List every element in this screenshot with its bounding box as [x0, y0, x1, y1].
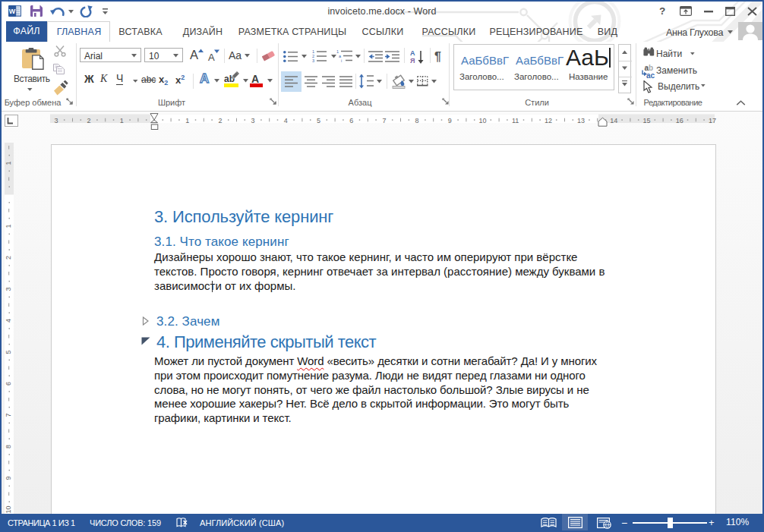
svg-text:9: 9 [5, 476, 12, 480]
svg-text:15: 15 [642, 117, 650, 124]
svg-text:?: ? [659, 6, 665, 16]
svg-text:13: 13 [577, 117, 585, 124]
svg-text:W: W [9, 8, 16, 15]
svg-text:7: 7 [382, 117, 386, 124]
svg-text:10: 10 [478, 117, 486, 124]
svg-text:4: 4 [284, 117, 288, 124]
svg-text:1: 1 [5, 224, 12, 228]
svg-text:12: 12 [545, 117, 552, 124]
svg-text:6: 6 [5, 382, 12, 386]
svg-text:2: 2 [218, 117, 222, 124]
svg-text:А: А [410, 49, 415, 57]
svg-text:3: 3 [312, 58, 314, 63]
svg-text:7: 7 [5, 413, 12, 417]
svg-text:2: 2 [87, 117, 91, 124]
svg-text:Я: Я [410, 57, 415, 65]
svg-text:3: 3 [54, 117, 58, 124]
svg-text:1: 1 [185, 117, 189, 124]
svg-text:3: 3 [5, 287, 12, 291]
svg-text:8: 8 [415, 117, 419, 124]
svg-text:10: 10 [5, 505, 12, 513]
svg-text:6: 6 [349, 117, 353, 124]
svg-text:16: 16 [676, 117, 683, 124]
svg-text:3: 3 [251, 117, 255, 124]
svg-text:4: 4 [5, 319, 12, 323]
svg-text:i: i [341, 58, 342, 63]
svg-text:ac: ac [646, 71, 655, 79]
svg-text:8: 8 [5, 445, 12, 449]
svg-text:9: 9 [448, 117, 452, 124]
svg-text:1: 1 [120, 117, 124, 124]
svg-text:11: 11 [512, 117, 519, 124]
svg-text:1: 1 [5, 161, 12, 165]
svg-text:2: 2 [5, 256, 12, 260]
svg-text:14: 14 [610, 117, 617, 124]
svg-text:5: 5 [5, 350, 12, 354]
svg-text:5: 5 [317, 117, 320, 124]
svg-text:17: 17 [709, 117, 716, 124]
